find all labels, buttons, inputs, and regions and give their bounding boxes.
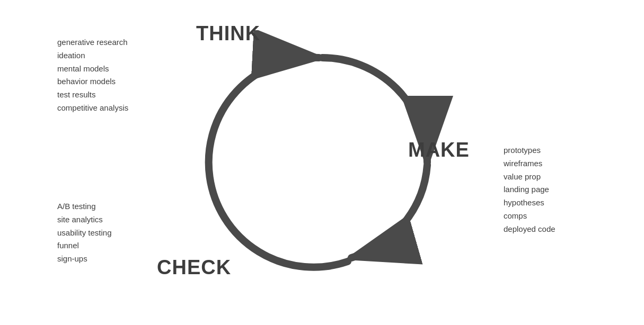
cycle-diagram (190, 30, 455, 295)
make-item-2: wireframes (504, 157, 555, 170)
make-list: prototypes wireframes value prop landing… (504, 144, 555, 236)
think-item-3: mental models (57, 62, 128, 76)
check-item-2: site analytics (57, 213, 112, 227)
think-list: generative research ideation mental mode… (57, 36, 128, 115)
check-list: A/B testing site analytics usability tes… (57, 200, 112, 266)
think-item-2: ideation (57, 49, 128, 62)
check-item-4: funnel (57, 239, 112, 252)
check-label: CHECK (157, 256, 231, 279)
arc-check-to-think (208, 58, 347, 267)
check-item-1: A/B testing (57, 200, 112, 213)
arc-make-to-check (351, 165, 427, 258)
make-item-6: comps (504, 210, 555, 223)
check-item-3: usability testing (57, 227, 112, 240)
make-item-5: hypotheses (504, 196, 555, 210)
make-item-1: prototypes (504, 144, 555, 157)
make-item-7: deployed code (504, 223, 555, 236)
think-item-1: generative research (57, 36, 128, 49)
make-item-4: landing page (504, 183, 555, 196)
make-item-3: value prop (504, 170, 555, 184)
think-item-4: behavior models (57, 75, 128, 88)
think-item-5: test results (57, 88, 128, 102)
make-label: MAKE (408, 139, 470, 161)
think-label: THINK (196, 22, 260, 45)
think-item-6: competitive analysis (57, 102, 128, 115)
check-item-5: sign-ups (57, 252, 112, 266)
diagram-container: THINK MAKE CHECK generative research ide… (0, 0, 644, 325)
